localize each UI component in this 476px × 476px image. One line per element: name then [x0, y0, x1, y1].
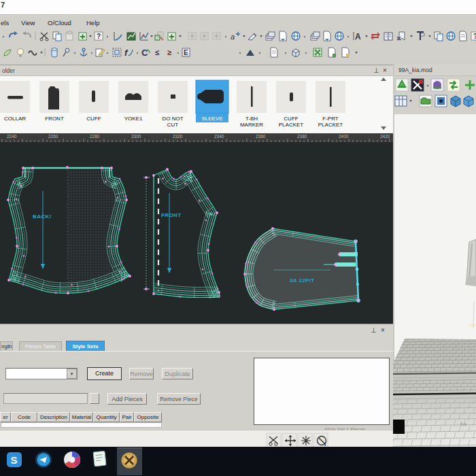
svg-text:S: S [11, 454, 18, 466]
svg-text:?: ? [473, 33, 476, 40]
svg-text:b.u: b.u [460, 422, 466, 426]
